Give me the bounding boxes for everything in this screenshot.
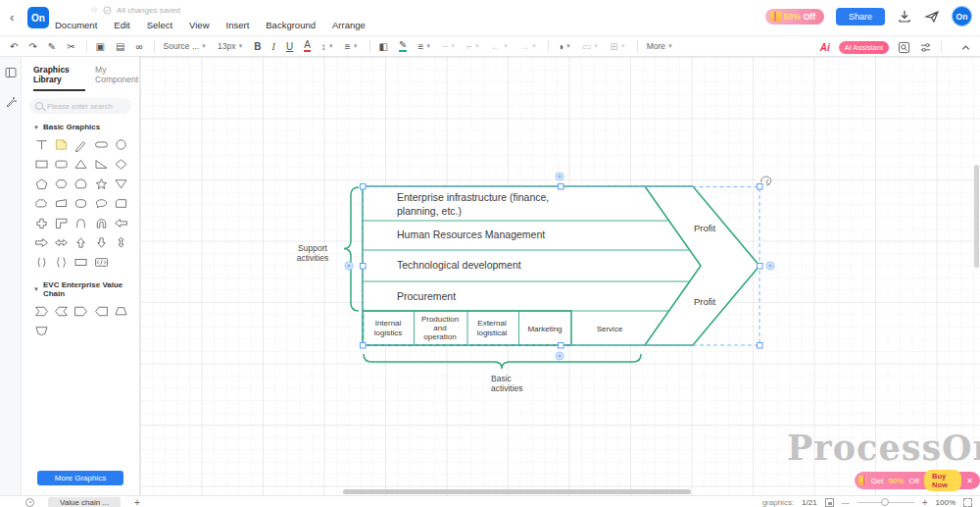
row-label[interactable]: Enterprise infrastructure (finance,: [397, 191, 549, 203]
line-height-button[interactable]: ↕▼: [321, 41, 334, 52]
panels-icon[interactable]: [5, 67, 17, 78]
arrow-end-button[interactable]: →▼: [519, 41, 537, 52]
fill-color-button[interactable]: ◧: [379, 41, 388, 52]
line-width-button[interactable]: ≡▼: [417, 41, 431, 52]
arrow-start-button[interactable]: ←▼: [491, 41, 509, 52]
shape-manual-input-icon[interactable]: [51, 194, 71, 213]
basic-label[interactable]: Basic: [491, 374, 513, 383]
shape-arch-icon[interactable]: [72, 214, 91, 232]
menu-document[interactable]: Document: [55, 20, 97, 30]
shape-right-triangle-icon[interactable]: [91, 155, 111, 174]
add-page-button[interactable]: +: [134, 497, 140, 507]
menu-arrange[interactable]: Arrange: [332, 20, 366, 30]
shape-star-icon[interactable]: [91, 175, 111, 193]
menu-view[interactable]: View: [189, 20, 209, 30]
smart-draw-icon[interactable]: [5, 96, 17, 108]
cell-label[interactable]: Production: [421, 315, 459, 324]
shape-bubble-icon[interactable]: [91, 194, 111, 213]
align-button[interactable]: ≡▼: [345, 41, 359, 52]
layout-button[interactable]: ⊞▼: [610, 41, 625, 52]
row-label[interactable]: Technological development: [397, 259, 521, 271]
promo-banner[interactable]: Get 50% Off Buy Now ✕: [855, 472, 980, 489]
menu-background[interactable]: Background: [266, 20, 316, 30]
section-evc[interactable]: ▼ EVC Enterprise Value Chain: [22, 272, 139, 300]
zoom-slider-knob[interactable]: [881, 498, 889, 506]
cell-label[interactable]: External: [477, 319, 507, 328]
shape-hexagon-icon[interactable]: [51, 175, 71, 193]
fullscreen-icon[interactable]: [963, 498, 972, 507]
profit-label-top[interactable]: Profit: [694, 223, 716, 233]
find-replace-icon[interactable]: [898, 41, 910, 54]
underline-button[interactable]: U: [286, 41, 293, 52]
user-avatar[interactable]: On: [952, 6, 972, 26]
row-label[interactable]: planning, etc.): [397, 205, 462, 217]
close-icon[interactable]: ✕: [966, 477, 973, 485]
shape-arrow-right-icon[interactable]: [31, 233, 51, 252]
shape-rect2-icon[interactable]: [72, 253, 91, 272]
collapse-toolbar-icon[interactable]: [959, 41, 972, 54]
shape-note-icon[interactable]: [51, 135, 71, 154]
shape-pill-icon[interactable]: [91, 135, 111, 154]
shape-triangle-icon[interactable]: [72, 155, 91, 174]
profit-label-bottom[interactable]: Profit: [694, 296, 716, 307]
cell-label[interactable]: Internal: [375, 319, 402, 328]
shape-arrow-lr-icon[interactable]: [51, 233, 71, 252]
shape-pen-icon[interactable]: [72, 135, 91, 154]
shape-arrow-ud-icon[interactable]: [112, 233, 131, 252]
shape-parens-icon[interactable]: [31, 253, 51, 272]
link-button[interactable]: ∞: [135, 41, 142, 52]
support-label[interactable]: activities: [297, 253, 329, 263]
shape-chev-l-icon[interactable]: [51, 302, 71, 321]
redo-button[interactable]: ↷: [28, 41, 36, 52]
shape-round-blob-icon[interactable]: [72, 194, 91, 213]
tab-graphics-library[interactable]: Graphics Library: [33, 65, 85, 91]
font-color-button[interactable]: A: [304, 40, 311, 52]
shape-code-icon[interactable]: [91, 253, 111, 272]
star-icon[interactable]: ☆: [90, 5, 98, 15]
share-button[interactable]: Share: [836, 8, 885, 25]
shape-trap-icon[interactable]: [112, 302, 131, 321]
shape-arrow-left-icon[interactable]: [112, 214, 131, 232]
drawing-canvas[interactable]: Enterprise infrastructure (finance, plan…: [140, 57, 980, 495]
support-label[interactable]: Support: [298, 243, 327, 253]
buy-now-button[interactable]: Buy Now: [924, 470, 961, 491]
frame-button[interactable]: ▣: [96, 41, 105, 52]
back-icon[interactable]: ‹: [10, 10, 14, 25]
page-tab[interactable]: Value chain ...: [48, 497, 121, 507]
vertical-scrollbar[interactable]: [974, 165, 979, 268]
basic-brace[interactable]: [364, 354, 641, 369]
italic-button[interactable]: I: [272, 41, 275, 52]
shape-diamond-icon[interactable]: [112, 155, 131, 174]
shape-rect-icon[interactable]: [31, 155, 51, 174]
discount-badge[interactable]: 50% Off: [765, 9, 824, 25]
shape-pent-r-icon[interactable]: [72, 302, 91, 321]
font-family-select[interactable]: Source ...▼: [164, 41, 207, 51]
cell-label[interactable]: logistical: [477, 329, 508, 337]
pages-overview-icon[interactable]: [25, 498, 34, 507]
theme-button[interactable]: ◑▼: [558, 41, 571, 52]
shape-card-icon[interactable]: [112, 194, 131, 213]
app-logo[interactable]: On: [27, 7, 49, 28]
row-label[interactable]: Procurement: [397, 290, 456, 302]
menu-select[interactable]: Select: [147, 20, 172, 30]
canvas-style-button[interactable]: ▭▼: [582, 41, 599, 52]
shape-arch2-icon[interactable]: [91, 214, 111, 232]
settings-sliders-icon[interactable]: [919, 41, 932, 54]
shape-tub-icon[interactable]: [31, 322, 51, 340]
shape-corner-icon[interactable]: [51, 214, 71, 232]
cell-label[interactable]: Marketing: [527, 325, 562, 333]
basic-label[interactable]: activities: [491, 383, 523, 393]
cell-label[interactable]: logistics: [374, 329, 402, 337]
shape-plus-shape-icon[interactable]: [31, 214, 51, 232]
shape-pent-l-icon[interactable]: [91, 302, 111, 321]
undo-button[interactable]: ↶: [10, 41, 18, 52]
image-button[interactable]: ▤: [116, 41, 124, 52]
zoom-in-button[interactable]: +: [922, 497, 928, 507]
shape-braces-icon[interactable]: [51, 253, 71, 272]
row-label[interactable]: Human Resources Management: [397, 228, 545, 240]
shape-cloud-icon[interactable]: [31, 194, 51, 213]
cell-label[interactable]: operation: [423, 332, 456, 341]
more-graphics-button[interactable]: More Graphics: [37, 471, 123, 485]
shape-pentagon-icon[interactable]: [31, 175, 51, 193]
connector-button[interactable]: ⌐▼: [466, 41, 480, 52]
